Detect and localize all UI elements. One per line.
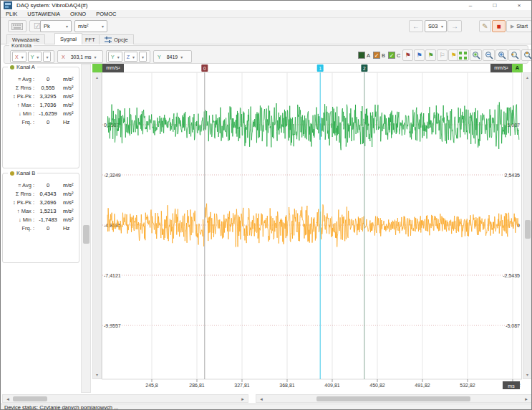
stat-label: ↓ Min : [3, 216, 34, 223]
cursor-x-value-select[interactable]: 303,1 ms▾ [69, 52, 99, 62]
scroll-down-icon[interactable]: ▾ [93, 372, 101, 377]
device-config-button[interactable] [8, 20, 26, 32]
svg-text:-2,5435: -2,5435 [503, 273, 520, 278]
stat-unit: m/s² [62, 110, 77, 117]
stat-label: ↑ Max : [3, 208, 34, 214]
chart-horizontal-scrollbar[interactable]: ◂ ▸ [256, 394, 532, 403]
stat-row-avg: = Avg :0m/s² [3, 75, 79, 83]
start-button[interactable]: ▶ Start [506, 20, 532, 32]
menu-ustawienia[interactable]: USTAWIENIA [22, 11, 65, 17]
minimize-button[interactable]: – [458, 1, 483, 10]
zoom-out-button[interactable] [483, 49, 495, 61]
scroll-left-icon[interactable]: ◂ [258, 395, 265, 403]
stat-label: Σ Rms : [3, 85, 34, 91]
tab-opcje[interactable]: Opcje [99, 34, 134, 44]
tab-fft[interactable]: FFT [79, 34, 101, 44]
axis-extra2-select[interactable]: ▾ [139, 52, 147, 62]
flag-outline-button[interactable]: ⚐ [437, 49, 448, 61]
channel-b-checkbox[interactable]: ✓ [373, 52, 380, 59]
menu-plik[interactable]: PLIK [1, 11, 22, 17]
stat-label: = Avg : [3, 182, 34, 189]
zoom-select-button[interactable] [470, 49, 482, 61]
channel-a-label: A [367, 52, 370, 59]
magnifier-y-axis-icon [523, 51, 532, 59]
panel-hscroll-thumb[interactable] [13, 396, 47, 401]
scroll-down-icon[interactable]: ▾ [523, 372, 531, 377]
axis-extra-select[interactable]: ▾ [43, 52, 51, 62]
flag-outline-icon: ⚐ [439, 52, 445, 59]
chevron-down-icon: ▾ [132, 54, 135, 59]
stat-row-pkpk: ↕ Pk-Pk :3,3295m/s² [3, 92, 79, 100]
stat-unit: m/s² [62, 216, 77, 223]
amplitude-select[interactable]: Pk ▾ [40, 20, 72, 32]
menu-pomoc[interactable]: POMOC [91, 11, 121, 17]
tab-sygnal[interactable]: Sygnał [54, 33, 82, 44]
scroll-left-icon[interactable]: ◂ [4, 395, 11, 403]
right-axis-channel-badge: A [512, 64, 523, 72]
stat-unit: Hz [62, 119, 77, 125]
channel-c-checkbox[interactable]: ✓ [388, 52, 395, 59]
chevron-down-icon: ▾ [94, 54, 96, 59]
chevron-down-icon: ▾ [66, 24, 68, 29]
scroll-right-icon[interactable]: ▸ [239, 395, 246, 403]
svg-text:-7,4121: -7,4121 [104, 273, 121, 278]
chevron-down-icon: ▾ [102, 24, 104, 29]
svg-text:2,5435: 2,5435 [505, 173, 521, 178]
scroll-up-icon[interactable]: ▴ [93, 75, 101, 80]
zoom-y-button[interactable] [521, 49, 532, 61]
amplitude-select-value: Pk [44, 23, 50, 29]
panel-horizontal-scrollbar[interactable]: ◂ ▸ [2, 394, 248, 403]
stat-value: 0 [34, 182, 62, 189]
right-zoom-strip[interactable]: ▴ ▾ [523, 72, 532, 379]
axis-x-select[interactable]: X▾ [12, 52, 26, 62]
edit-button[interactable]: ✎ [479, 20, 491, 32]
magnifier-plus-icon [498, 51, 506, 59]
dataset-select[interactable]: S03 ▾ [425, 20, 447, 32]
cursor-axis-group-2: Y▾ Z▾ ▾ [106, 50, 150, 63]
unit-select[interactable]: m/s² ▾ [74, 20, 107, 32]
chart-left-channel-square[interactable] [92, 64, 102, 72]
stat-unit: m/s² [62, 208, 77, 214]
cursor-y-value: 8419 [167, 54, 178, 59]
stat-unit: m/s² [62, 76, 77, 82]
scroll-right-icon[interactable]: ▸ [523, 395, 530, 403]
zoom-in-button[interactable] [495, 49, 508, 61]
panel-vertical-scrollbar[interactable] [81, 64, 91, 393]
stop-button[interactable]: ■ [492, 20, 506, 32]
cursor-y-value-select[interactable]: 8419▾ [165, 52, 185, 62]
stat-unit: m/s² [62, 182, 77, 189]
channel-b-bullet-icon [10, 171, 14, 176]
arrow-left-icon: ← [412, 22, 420, 30]
menu-okno[interactable]: OKNO [65, 11, 91, 17]
fit-view-icon [459, 52, 467, 59]
scroll-up-icon[interactable]: ▴ [523, 75, 531, 80]
zoom-x-button[interactable] [508, 49, 521, 61]
flag-blue-button[interactable]: ⚑ [414, 49, 425, 61]
start-button-label: Start [516, 23, 528, 29]
panel-vscroll-thumb[interactable] [83, 225, 90, 244]
flag-red-button[interactable]: ⚑ [402, 49, 413, 61]
zoom-buttons [457, 49, 532, 61]
maximize-button[interactable]: □ [483, 1, 507, 10]
svg-text:491,82: 491,82 [415, 383, 430, 388]
zoom-fit-button[interactable] [457, 49, 469, 61]
left-zoom-strip[interactable]: ▴ ▾ [92, 72, 102, 379]
channel-a-checkbox[interactable] [358, 52, 365, 59]
tab-label: Opcje [114, 37, 128, 43]
channel-a-title: Kanał A [16, 64, 35, 70]
stat-label: ↕ Pk-Pk : [3, 199, 34, 206]
signal-plot[interactable]: 0,2187-2,3249-4,8685-7,4121-9,95575,0872… [102, 64, 522, 391]
axis-y2-select[interactable]: Y▾ [108, 52, 122, 62]
stat-value: 1,7036 [34, 102, 62, 108]
right-strip-thumb[interactable] [525, 220, 531, 239]
prev-dataset-button[interactable]: ← [409, 20, 423, 32]
next-dataset-button[interactable]: → [448, 20, 462, 32]
tab-label: FFT [85, 37, 95, 43]
stat-value: -1,6259 [34, 110, 62, 117]
chart-hscroll-thumb[interactable] [316, 396, 470, 401]
stat-unit: m/s² [62, 102, 77, 108]
close-button[interactable]: × [507, 1, 531, 10]
axis-y-select[interactable]: Y▾ [28, 52, 42, 62]
axis-z-select[interactable]: Z▾ [124, 52, 137, 62]
flag-green-button[interactable]: ⚑ [425, 49, 436, 61]
